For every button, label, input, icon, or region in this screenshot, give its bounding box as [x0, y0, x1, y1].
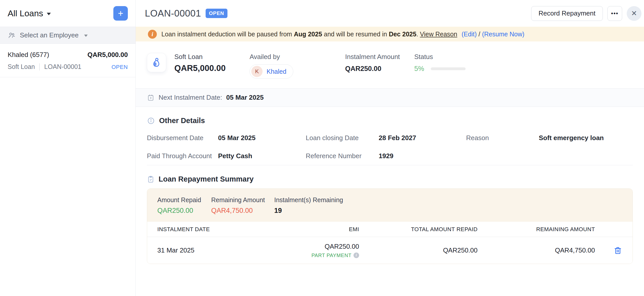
status-percent: 5%: [414, 65, 424, 73]
loan-item-type: Soft Loan: [8, 63, 35, 70]
field-value: 1929: [379, 152, 466, 160]
employee-name-link: Khaled: [267, 68, 286, 75]
field-value: 05 Mar 2025: [218, 134, 306, 142]
repayment-table-row: 31 Mar 2025 QAR250.00 PART PAYMENT i QAR…: [147, 237, 633, 264]
loan-type-icon-box: [147, 53, 166, 72]
part-payment-info-icon[interactable]: i: [354, 253, 359, 258]
loans-filter-label: All Loans: [8, 8, 43, 18]
repayment-summary-card: Amount Repaid QAR250.00 Remaining Amount…: [147, 188, 633, 264]
loan-type-label: Soft Loan: [174, 53, 226, 61]
loan-summary-section: Soft Loan QAR5,000.00 Availed by K Khale…: [136, 41, 644, 88]
part-payment-tag: PART PAYMENT: [311, 253, 351, 258]
loan-item-employee: Khaled (6577): [8, 51, 49, 59]
sidebar-header: All Loans +: [0, 0, 135, 27]
field-label: Reference Number: [306, 152, 379, 160]
avatar: K: [251, 66, 263, 77]
divider: [39, 63, 40, 70]
row-remaining: QAR4,750.00: [478, 246, 595, 254]
status-badge: OPEN: [206, 9, 227, 18]
col-emi: EMI: [264, 226, 359, 233]
trash-icon: [613, 246, 622, 255]
employee-filter[interactable]: Select an Employee: [0, 27, 135, 44]
loan-item-amount: QAR5,000.00: [87, 51, 128, 59]
availed-by-label: Availed by: [250, 53, 293, 61]
other-details-title: Other Details: [159, 116, 205, 125]
close-button[interactable]: ✕: [627, 6, 641, 21]
close-icon: ✕: [631, 9, 637, 18]
info-icon: i: [148, 30, 157, 39]
clipboard-check-icon: [147, 175, 155, 183]
loan-item-status-badge: OPEN: [112, 64, 128, 70]
detail-header: LOAN-00001 OPEN Record Repayment ••• ✕: [136, 0, 644, 27]
pause-warning-banner: i Loan instalment deduction will be paus…: [136, 27, 644, 41]
banner-paused-month: Aug 2025: [294, 31, 322, 38]
loans-filter-dropdown[interactable]: All Loans: [8, 8, 51, 18]
field-label: Loan closing Date: [306, 134, 379, 142]
banner-text: Loan instalment deduction will be paused…: [161, 31, 294, 38]
col-instalment-date: INSTALMENT DATE: [157, 226, 264, 233]
chevron-down-icon: [47, 13, 51, 15]
banner-resume-month: Dec 2025: [389, 31, 416, 38]
delete-repayment-button[interactable]: [613, 246, 622, 255]
instalment-amount-label: Instalment Amount: [345, 53, 400, 61]
chevron-down-icon: [84, 35, 88, 37]
stat-remaining-amount: Remaining Amount QAR4,750.00: [211, 196, 274, 215]
instalment-amount-value: QAR250.00: [345, 65, 400, 73]
field-label: Paid Through Account: [147, 152, 218, 160]
calendar-next-icon: [147, 94, 155, 101]
resume-now-link[interactable]: (Resume Now): [482, 31, 525, 38]
col-total-repaid: TOTAL AMOUNT REPAID: [359, 226, 478, 233]
row-total-repaid: QAR250.00: [359, 246, 478, 254]
more-options-button[interactable]: •••: [607, 6, 622, 21]
other-details-heading: Other Details: [147, 116, 633, 125]
other-details-grid: Disbursement Date 05 Mar 2025 Loan closi…: [147, 134, 633, 160]
progress-bar: [431, 67, 466, 70]
section-divider: [147, 165, 633, 165]
field-label: Reason: [466, 134, 539, 142]
field-label: Disbursement Date: [147, 134, 218, 142]
loan-detail-panel: LOAN-00001 OPEN Record Repayment ••• ✕ i…: [136, 0, 644, 296]
edit-pause-link[interactable]: (Edit): [462, 31, 477, 38]
view-reason-link[interactable]: View Reason: [420, 31, 457, 38]
repayment-summary-heading: Loan Repayment Summary: [147, 175, 633, 183]
loan-list-item[interactable]: Khaled (6577) QAR5,000.00 Soft Loan LOAN…: [0, 44, 135, 77]
loan-detail-page: All Loans + Select an Employee Khaled (6…: [0, 0, 644, 296]
info-circle-icon: [147, 117, 155, 125]
next-instalment-date: 05 Mar 2025: [226, 94, 264, 101]
repayment-table-header: INSTALMENT DATE EMI TOTAL AMOUNT REPAID …: [147, 222, 633, 237]
field-value: Petty Cash: [218, 152, 306, 160]
field-value: Soft emergency loan: [539, 134, 633, 142]
field-value: 28 Feb 2027: [379, 134, 466, 142]
money-bag-icon: [151, 57, 162, 68]
page-title: LOAN-00001: [145, 8, 201, 19]
next-instalment-label: Next Instalment Date:: [159, 94, 222, 101]
row-date: 31 Mar 2025: [157, 246, 264, 254]
stat-instalments-remaining: Instalment(s) Remaining 19: [274, 196, 343, 215]
col-remaining: REMAINING AMOUNT: [478, 226, 595, 233]
repayment-stats: Amount Repaid QAR250.00 Remaining Amount…: [147, 189, 633, 222]
stat-amount-repaid: Amount Repaid QAR250.00: [157, 196, 211, 215]
ellipsis-icon: •••: [611, 10, 618, 17]
employee-filter-placeholder: Select an Employee: [20, 31, 79, 39]
plus-icon: +: [118, 8, 123, 19]
loan-item-number: LOAN-00001: [44, 63, 81, 70]
row-emi: QAR250.00: [325, 243, 359, 250]
loans-sidebar: All Loans + Select an Employee Khaled (6…: [0, 0, 136, 296]
record-repayment-button[interactable]: Record Repayment: [531, 6, 603, 21]
employee-chip[interactable]: K Khaled: [250, 64, 293, 79]
repayment-summary-title: Loan Repayment Summary: [159, 175, 254, 183]
people-icon: [8, 31, 16, 39]
status-label: Status: [414, 53, 466, 61]
next-instalment-row: Next Instalment Date: 05 Mar 2025: [136, 88, 644, 107]
add-loan-button[interactable]: +: [113, 6, 128, 21]
loan-amount: QAR5,000.00: [174, 63, 226, 73]
